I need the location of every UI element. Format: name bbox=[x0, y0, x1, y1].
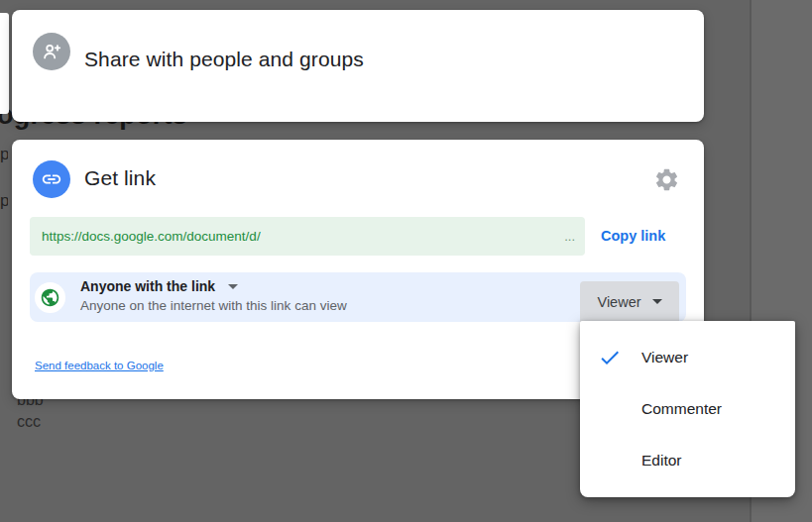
background-list-item: ccc bbox=[17, 413, 41, 431]
menu-item-label: Viewer bbox=[641, 349, 688, 366]
access-row-text: Anyone with the link Anyone on the inter… bbox=[80, 278, 347, 313]
share-link-field[interactable]: https://docs.google.com/document/d/ ... bbox=[30, 217, 585, 256]
share-link-url: https://docs.google.com/document/d/ bbox=[30, 229, 564, 244]
checkmark-icon bbox=[598, 346, 622, 369]
menu-item-label: Editor bbox=[641, 452, 682, 470]
link-settings-button[interactable] bbox=[650, 163, 682, 195]
chevron-down-icon bbox=[228, 284, 238, 289]
send-feedback-link[interactable]: Send feedback to Google bbox=[35, 360, 164, 371]
share-panel-title: Share with people and groups bbox=[84, 48, 364, 71]
access-scope-label: Anyone with the link bbox=[80, 278, 215, 294]
background-text-fragment: p bbox=[0, 145, 8, 164]
role-menu: Viewer Commenter Editor bbox=[580, 321, 795, 497]
menu-item-viewer[interactable]: Viewer bbox=[580, 332, 795, 383]
role-dropdown-button[interactable]: Viewer bbox=[580, 281, 679, 322]
background-white-sliver bbox=[0, 13, 9, 114]
menu-item-commenter[interactable]: Commenter bbox=[580, 383, 795, 435]
url-ellipsis: ... bbox=[564, 229, 585, 244]
globe-icon bbox=[35, 282, 65, 313]
gear-icon bbox=[653, 166, 680, 193]
chevron-down-icon bbox=[652, 299, 662, 304]
access-scope-description: Anyone on the internet with this link ca… bbox=[80, 298, 347, 313]
access-scope-dropdown[interactable]: Anyone with the link bbox=[80, 278, 347, 294]
role-button-label: Viewer bbox=[597, 294, 640, 310]
share-dialog-screen: ogress reports p p bbb ccc Share with pe… bbox=[0, 0, 812, 522]
menu-item-label: Commenter bbox=[641, 400, 722, 418]
person-add-icon bbox=[33, 33, 70, 70]
share-people-panel: Share with people and groups bbox=[12, 10, 704, 122]
link-icon bbox=[33, 160, 70, 198]
copy-link-button[interactable]: Copy link bbox=[599, 224, 667, 248]
get-link-title: Get link bbox=[84, 166, 156, 190]
background-text-fragment: p bbox=[0, 191, 8, 211]
menu-item-editor[interactable]: Editor bbox=[580, 435, 795, 486]
